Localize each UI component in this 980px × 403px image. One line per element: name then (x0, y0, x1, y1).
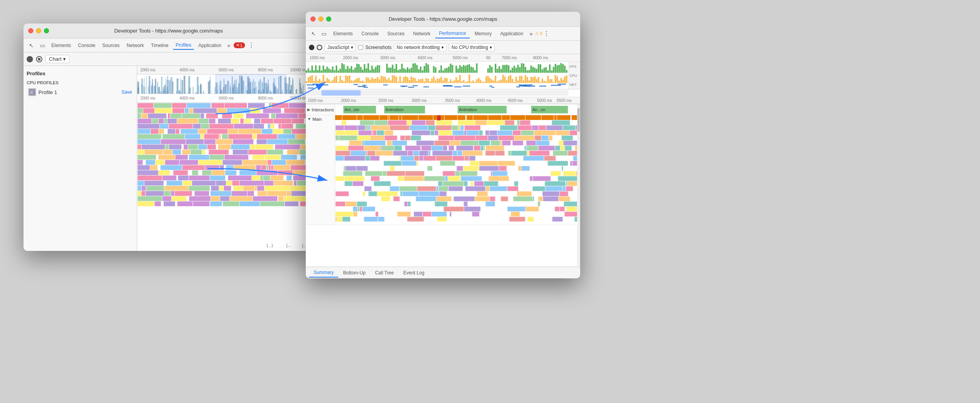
mobile-icon-right[interactable]: ▭ (319, 29, 328, 38)
record-button-left[interactable] (27, 56, 33, 62)
nav-console-right[interactable]: Console (358, 29, 383, 38)
r-tick-0: 1000 ms (310, 56, 325, 60)
nav-timeline-left[interactable]: Timeline (148, 42, 171, 49)
nav-elements-right[interactable]: Elements (329, 29, 357, 38)
maximize-button-left[interactable] (44, 28, 49, 33)
timeline-ruler-right: 1000 ms 2000 ms 3000 ms 4000 ms 5000 ms … (306, 54, 580, 62)
nav-network-left[interactable]: Network (124, 42, 147, 49)
nav-performance-right[interactable]: Performance (435, 29, 470, 38)
cursor-icon-right[interactable]: ↖ (309, 29, 318, 38)
cpu-throttle-label: No CPU throttling (452, 45, 488, 50)
expand-icon-main[interactable]: ▼ (307, 117, 311, 121)
svg-rect-3 (30, 93, 33, 94)
cpu-throttle-arrow: ▾ (490, 45, 492, 50)
nav-application-right[interactable]: Application (496, 29, 527, 38)
viewport-selection[interactable] (321, 90, 361, 96)
r-tick-1: 2000 ms (343, 56, 358, 60)
fps-label: FPS (569, 65, 580, 69)
close-button-left[interactable] (28, 28, 33, 33)
stop-button-right[interactable] (317, 45, 322, 50)
more-icon-right[interactable]: » (528, 31, 534, 37)
tab-summary[interactable]: Summary (309, 268, 338, 278)
timeline-ruler-bottom-left: 2000 ms 4000 ms 6000 ms 8000 ms 10000 ms… (137, 94, 314, 103)
js-label: JavaScript (327, 45, 349, 50)
chart-label: Chart (49, 56, 62, 62)
scrollbar[interactable] (577, 104, 580, 267)
profiles-sidebar: Profiles CPU PROFILES Profile 1 Save (24, 66, 137, 251)
ruler-tick-4: 10000 ms (290, 68, 307, 72)
profile-name: Profile 1 (38, 89, 119, 95)
viewport-bar (306, 90, 568, 96)
main-track-row: ▼ Main (306, 115, 580, 225)
interactions-track-row: ▶ Interactions (306, 104, 580, 115)
net-label: NET (569, 83, 580, 87)
ruler-tick-3: 8000 ms (258, 68, 273, 72)
tab-call-tree[interactable]: Call Tree (370, 269, 399, 277)
mobile-icon[interactable]: ▭ (38, 41, 47, 50)
main-track-label: ▼ Main (306, 115, 335, 225)
stop-button-left[interactable] (36, 56, 42, 62)
cpu-throttle-selector[interactable]: No CPU throttling ▾ (449, 44, 495, 51)
error-badge-left: ✕ 1 (234, 42, 245, 48)
dots-icon-right[interactable]: ⋮ (543, 30, 550, 37)
timeline-ruler-left: 2000 ms 4000 ms 6000 ms 8000 ms 10000 ms… (137, 66, 314, 74)
nav-elements-left[interactable]: Elements (49, 42, 74, 49)
nav-application-left[interactable]: Application (196, 42, 224, 49)
record-button-right[interactable] (309, 45, 314, 50)
left-window-title: Developer Tools - https://www.google.com… (114, 28, 223, 34)
right-nav-toolbar: ↖ ▭ Elements Console Sources Network Per… (306, 27, 580, 41)
js-selector[interactable]: JavaScript ▾ (325, 44, 356, 51)
r-tick-3: 4000 ms (417, 56, 432, 60)
interactions-label: Interactions (312, 107, 334, 112)
screenshots-checkbox[interactable] (358, 45, 363, 50)
network-throttle-label: No network throttling (397, 45, 440, 50)
expand-icon-interactions[interactable]: ▶ (307, 107, 310, 112)
flame-chart-left[interactable]: 2000 ms 4000 ms 6000 ms 8000 ms 10000 ms… (137, 66, 314, 251)
ellipsis-label-1: (...) (267, 243, 273, 248)
tab-event-log[interactable]: Event Log (399, 269, 429, 277)
minimize-button-right[interactable] (318, 16, 323, 22)
right-main-content: 1000 ms 2000 ms 3000 ms 4000 ms 5000 ms … (306, 54, 580, 278)
d-tick-7: 5000 ms (537, 98, 552, 103)
left-devtools-window: Developer Tools - https://www.google.com… (24, 24, 314, 251)
minimize-button-left[interactable] (36, 28, 41, 33)
screenshots-label: Screenshots (365, 45, 392, 50)
timeline-overview: 1000 ms 2000 ms 3000 ms 4000 ms 5000 ms … (306, 54, 580, 89)
traffic-lights-right (310, 16, 331, 22)
more-icon-left[interactable]: » (226, 42, 232, 49)
d-tick-1: 2000 ms (341, 98, 356, 103)
d-tick-5: 4000 ms (476, 98, 491, 103)
r-tick-4: 5000 ms (453, 56, 468, 60)
left-nav-toolbar: ↖ ▭ Elements Console Sources Network Tim… (24, 38, 314, 53)
profile-item-1[interactable]: Profile 1 Save (27, 87, 134, 98)
nav-console-left[interactable]: Console (75, 42, 98, 49)
flame-main-left: (...) (... (...) (137, 103, 314, 251)
ruler-tick-0: 2000 ms (140, 68, 155, 72)
cursor-icon[interactable]: ↖ (27, 41, 36, 50)
bottom-tabs: Summary Bottom-Up Call Tree Event Log (306, 267, 580, 278)
network-throttle-selector[interactable]: No network throttling ▾ (394, 44, 446, 51)
overview-labels: FPS CPU NET (568, 62, 580, 89)
r-tick-6: 7000 ms (502, 56, 517, 60)
nav-sources-right[interactable]: Sources (383, 29, 408, 38)
nav-sources-left[interactable]: Sources (100, 42, 122, 49)
maximize-button-right[interactable] (326, 16, 331, 22)
dots-icon-left[interactable]: ⋮ (247, 42, 256, 49)
svg-rect-1 (30, 91, 34, 91)
nav-network-right[interactable]: Network (409, 29, 434, 38)
network-throttle-arrow: ▾ (441, 45, 444, 50)
detail-timeline: 1500 ms 2000 ms 2500 ms 3000 ms 3500 ms … (306, 89, 580, 104)
profile-save-button[interactable]: Save (122, 89, 132, 95)
nav-profiles-left[interactable]: Profiles (173, 41, 194, 50)
js-arrow: ▾ (351, 45, 353, 50)
bottom-tick-1: 4000 ms (180, 96, 194, 100)
tab-bottom-up[interactable]: Bottom-Up (338, 269, 370, 277)
r-tick-2: 3000 ms (380, 56, 395, 60)
close-button-right[interactable] (310, 16, 316, 22)
nav-memory-right[interactable]: Memory (471, 29, 495, 38)
scroll-thumb[interactable] (577, 108, 580, 132)
chart-selector[interactable]: Chart ▾ (45, 55, 69, 63)
left-main-content: Profiles CPU PROFILES Profile 1 Save 200… (24, 66, 314, 251)
main-label: Main (312, 117, 322, 122)
main-track-content (335, 115, 580, 225)
